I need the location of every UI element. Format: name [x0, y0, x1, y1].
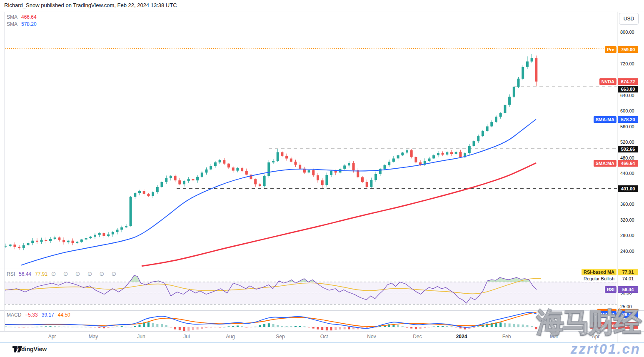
rsi-divergence-value: 74.01	[618, 275, 638, 282]
price-level-401-value: 401.00	[618, 185, 638, 192]
time-tick-Apr: Apr	[48, 334, 56, 340]
tradingview-chart-page: Richard_Snow published on TradingView.co…	[0, 0, 644, 357]
price-tick-520.00: 520.00	[620, 140, 634, 145]
time-tick-Jul: Jul	[183, 334, 190, 340]
rsi-divergence-tag: Regular Bullish	[582, 275, 617, 282]
price-level-502-value: 502.66	[618, 146, 638, 152]
price-sma200-tag: SMA:MA	[594, 160, 617, 167]
sma200-legend-label: SMA	[7, 14, 17, 20]
price-sma200-value: 466.64	[618, 160, 638, 167]
time-tick-Aug: Aug	[226, 334, 235, 340]
rsi-rsi-tag: RSI	[605, 286, 617, 293]
sma200-legend: SMA 466.64	[7, 14, 37, 20]
macd-legend-label: MACD	[7, 312, 21, 318]
price-pane[interactable]	[4, 12, 617, 269]
publish-byline: Richard_Snow published on TradingView.co…	[4, 2, 177, 8]
rsi-legend-value: 56.44	[19, 271, 31, 277]
price-sma50-tag: SMA:MA	[594, 116, 617, 123]
rsi-rsi-based-ma-value: 77.91	[618, 269, 638, 275]
time-tick-Dec: Dec	[413, 334, 422, 340]
macd-legend: MACD −5.33 39.17 44.50	[7, 312, 70, 318]
price-tick-640.00: 640.00	[620, 93, 634, 98]
time-tick-Sep: Sep	[276, 334, 285, 340]
time-tick-Jun: Jun	[137, 334, 145, 340]
macd-hist-legend-value: −5.33	[25, 312, 37, 318]
rsi-legend-label: RSI	[7, 271, 15, 277]
rsi-ma-legend-value: 77.91	[35, 271, 47, 277]
time-tick-Nov: Nov	[367, 334, 376, 340]
price-tick-320.00: 320.00	[620, 217, 634, 222]
sma50-legend: SMA 578.20	[7, 21, 37, 27]
price-tick-240.00: 240.00	[620, 249, 634, 254]
price-tick-800.00: 800.00	[620, 30, 634, 35]
sma200-legend-value: 466.64	[21, 14, 37, 20]
macd-pane[interactable]	[4, 310, 617, 331]
currency-button[interactable]: USD	[619, 13, 639, 25]
price-symbol-nvda-value: 674.72	[618, 78, 638, 85]
price-level-663-value: 663.00	[618, 86, 638, 92]
time-tick-Oct: Oct	[320, 334, 328, 340]
time-tick-Feb: Feb	[502, 334, 511, 340]
time-tick-2024: 2024	[456, 334, 467, 340]
macd-signal-legend-value: 44.50	[58, 312, 70, 318]
price-tick-360.00: 360.00	[620, 202, 634, 207]
sma50-legend-value: 578.20	[21, 21, 37, 27]
price-tick-560.00: 560.00	[620, 124, 634, 129]
watermark-cn: 海马财经	[537, 308, 640, 336]
price-tick-600.00: 600.00	[620, 108, 634, 113]
time-tick-May: May	[89, 334, 98, 340]
sma50-legend-label: SMA	[7, 21, 17, 27]
rsi-rsi-based-ma-tag: RSI-based MA	[582, 269, 617, 275]
price-premarket-value: 759.00	[618, 46, 638, 53]
watermark-url: zzrt01.cn	[571, 342, 641, 356]
tradingview-brand[interactable]: TradingView	[12, 346, 47, 352]
price-tick-720.00: 720.00	[620, 61, 634, 66]
rsi-legend-empty-slots: ∅ ∅ ∅ ∅ ∅ ∅	[51, 271, 119, 277]
macd-line-legend-value: 39.17	[42, 312, 54, 318]
rsi-legend: RSI 56.44 77.91 ∅ ∅ ∅ ∅ ∅ ∅	[7, 271, 119, 277]
rsi-rsi-value: 56.44	[618, 286, 638, 293]
price-sma50-value: 578.20	[618, 116, 638, 123]
price-tick-440.00: 440.00	[620, 171, 634, 176]
tradingview-logo-icon	[12, 346, 22, 354]
price-tick-280.00: 280.00	[620, 233, 634, 238]
price-premarket-tag: Pre	[605, 46, 617, 53]
price-symbol-nvda-tag: NVDA	[599, 78, 617, 85]
